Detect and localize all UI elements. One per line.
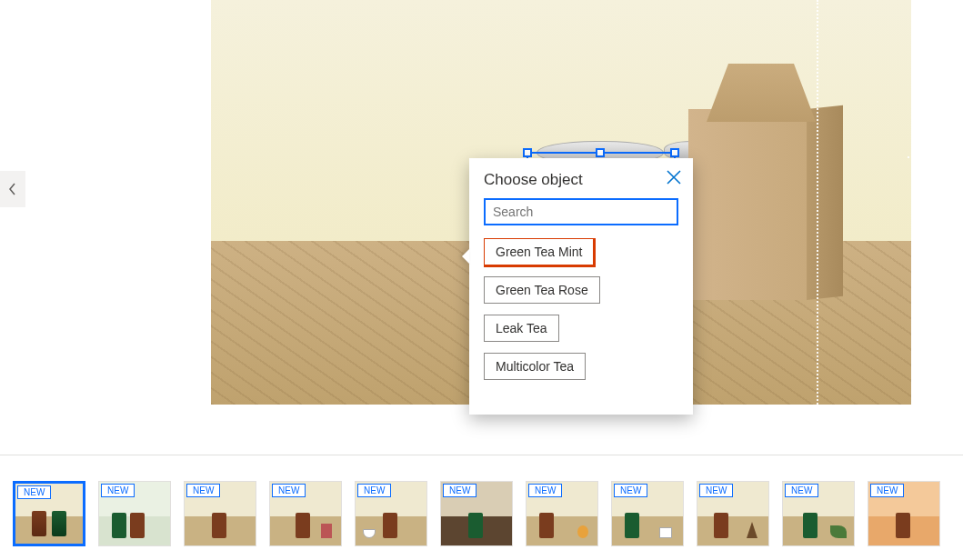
chevron-left-icon [8, 183, 17, 195]
new-badge: NEW [443, 484, 476, 497]
new-badge: NEW [528, 484, 562, 497]
new-badge: NEW [785, 484, 818, 497]
new-badge: NEW [870, 484, 904, 497]
new-badge: NEW [186, 484, 220, 497]
popup-title: Choose object [484, 171, 678, 189]
new-badge: NEW [699, 484, 733, 497]
thumbnail[interactable]: NEW [13, 481, 85, 546]
thumbnail[interactable]: NEW [269, 481, 342, 546]
object-option[interactable]: Green Tea Mint [484, 238, 594, 265]
paper-bag-prop [688, 64, 843, 300]
object-option[interactable]: Leak Tea [484, 315, 559, 342]
crop-guide-vertical [817, 0, 818, 405]
thumbnail[interactable]: NEW [526, 481, 598, 546]
thumbnail[interactable]: NEW [355, 481, 427, 546]
new-badge: NEW [614, 484, 647, 497]
thumbnail[interactable]: NEW [782, 481, 855, 546]
choose-object-popup: Choose object Green Tea Mint Green Tea R… [469, 158, 693, 415]
popup-arrow [462, 249, 469, 264]
thumbnail[interactable]: NEW [697, 481, 769, 546]
crop-guide-rect [908, 156, 911, 367]
prev-image-button[interactable] [0, 171, 25, 207]
thumbnail[interactable]: NEW [440, 481, 513, 546]
thumbnail[interactable]: NEW [868, 481, 940, 546]
new-badge: NEW [17, 485, 51, 499]
close-icon [664, 167, 684, 187]
search-input[interactable] [484, 198, 678, 225]
thumbnail[interactable]: NEW [611, 481, 684, 546]
thumbnail-strip: NEWNEWNEWNEWNEWNEWNEWNEWNEWNEWNEW [0, 455, 963, 555]
new-badge: NEW [272, 484, 306, 497]
resize-handle-tr[interactable] [670, 148, 679, 157]
resize-handle-t[interactable] [596, 148, 605, 157]
object-options-list[interactable]: Green Tea Mint Green Tea Rose Leak Tea M… [484, 238, 678, 411]
thumbnail[interactable]: NEW [184, 481, 256, 546]
object-option[interactable]: Green Tea Rose [484, 276, 600, 304]
editor-stage-area: Contoso Green tea Mint NET WEIGHT 7.8 oz… [0, 0, 963, 455]
new-badge: NEW [101, 484, 135, 497]
resize-handle-tl[interactable] [523, 148, 532, 157]
object-option[interactable]: Multicolor Tea [484, 353, 586, 380]
thumbnail[interactable]: NEW [98, 481, 171, 546]
new-badge: NEW [357, 484, 391, 497]
close-button[interactable] [664, 167, 684, 187]
